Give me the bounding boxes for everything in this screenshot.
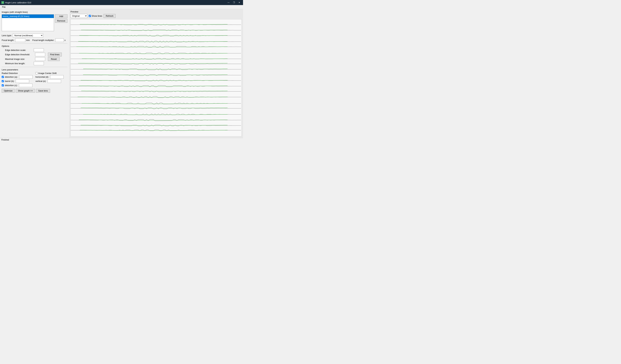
image-list-container: mono_overexp.tif (32 lines) <box>2 14 54 32</box>
vertical-e-input[interactable]: 0 <box>48 79 61 83</box>
lens-params-grid: Radial Distortion distortion (a): -0.014… <box>2 72 68 87</box>
distortion-a-input[interactable]: -0.01425 <box>19 75 33 79</box>
distortion-c-row: distortion (c): -0.02384 <box>2 83 34 87</box>
reset-button[interactable]: Reset <box>48 57 60 61</box>
vertical-e-label: vertical (e): <box>35 80 46 83</box>
barrel-b-label: barrel (b): <box>5 80 14 83</box>
horizontal-d-row: horizontal (d): 0 <box>35 75 68 79</box>
distortion-a-checkbox[interactable] <box>2 76 4 78</box>
show-lines-checkbox[interactable] <box>89 15 91 17</box>
lens-type-label: Lens type: <box>2 34 12 37</box>
preview-title: Preview <box>70 10 242 13</box>
focal-length-input[interactable]: 35 <box>15 38 25 42</box>
min-line-input[interactable]: 0.5 <box>34 62 44 65</box>
minimize-button[interactable]: — <box>226 1 231 4</box>
edge-threshold-row: Edge detection threshold: 4 Find lines <box>2 52 68 56</box>
right-panel: Preview Original Corrected Show lines Re… <box>69 9 243 138</box>
barrel-b-checkbox[interactable] <box>2 80 4 82</box>
image-list-item[interactable]: mono_overexp.tif (32 lines) <box>2 15 54 18</box>
find-lines-button[interactable]: Find lines <box>48 52 62 56</box>
image-buttons: Add Remove <box>55 14 68 32</box>
focal-length-label: Focal length: <box>2 39 14 41</box>
image-center-title: Image Center Shift <box>38 72 56 74</box>
distortion-a-row: distortion (a): -0.01425 <box>2 75 34 79</box>
images-section-title: Images (with straight lines) <box>2 11 68 13</box>
min-line-row: Minimum line length: 0.5 <box>2 62 68 65</box>
preview-toolbar: Original Corrected Show lines Refresh <box>70 14 242 18</box>
vertical-e-row: vertical (e): 0 <box>35 79 68 83</box>
lens-type-row: Lens type: Normal (rectilinear) Fisheye … <box>2 33 68 37</box>
title-bar-title: Hugin Lens calibration GUI <box>5 1 31 4</box>
barrel-b-row: barrel (b): 0.01776 <box>2 79 34 83</box>
menu-file[interactable]: File <box>1 5 7 9</box>
optimize-row: Optimize Show graph >> Save lens <box>2 89 68 93</box>
radial-distortion-col: Radial Distortion distortion (a): -0.014… <box>2 72 34 87</box>
focal-multiplier-input[interactable]: 2.13 <box>55 38 64 42</box>
max-image-input[interactable]: 1600 <box>35 57 45 61</box>
image-center-checkbox[interactable] <box>35 72 38 74</box>
distortion-c-label: distortion (c): <box>5 84 17 87</box>
options-title: Options <box>2 45 68 47</box>
optimize-button[interactable]: Optimize <box>2 89 15 93</box>
main-content: Images (with straight lines) mono_overex… <box>0 9 243 138</box>
show-lines-label[interactable]: Show lines <box>89 15 102 17</box>
add-button[interactable]: Add <box>55 14 68 18</box>
edge-threshold-input[interactable]: 4 <box>35 53 45 56</box>
refresh-button[interactable]: Refresh <box>104 14 116 18</box>
focal-length-unit: mm <box>26 39 30 41</box>
edge-scale-label: Edge detection scale: <box>5 49 34 51</box>
title-bar-left: Hugin Lens calibration GUI <box>1 1 31 4</box>
focal-multiplier-unit: x <box>64 39 66 41</box>
distortion-c-checkbox[interactable] <box>2 84 4 86</box>
edge-threshold-label: Edge detection threshold: <box>5 53 34 56</box>
max-image-label: Maximal image size: <box>5 58 34 60</box>
focal-multiplier-label: Focal length multiplier: <box>32 39 54 41</box>
left-panel: Images (with straight lines) mono_overex… <box>0 9 69 138</box>
image-list: mono_overexp.tif (32 lines) <box>2 14 54 31</box>
show-lines-text: Show lines <box>92 15 102 17</box>
title-bar: Hugin Lens calibration GUI — ❐ ✕ <box>0 0 243 5</box>
remove-button[interactable]: Remove <box>55 19 68 23</box>
barrel-b-input[interactable]: 0.01776 <box>16 79 29 83</box>
view-mode-select[interactable]: Original Corrected <box>70 14 87 18</box>
edge-scale-input[interactable]: 2 <box>34 48 44 52</box>
horizontal-d-label: horizontal (d): <box>35 76 49 78</box>
divider-1 <box>2 43 68 44</box>
lens-params-section: Lens parameters Radial Distortion distor… <box>2 68 68 87</box>
min-line-label: Minimum line length: <box>5 62 34 65</box>
title-bar-controls: — ❐ ✕ <box>226 1 242 4</box>
image-section: mono_overexp.tif (32 lines) Add Remove <box>2 14 68 32</box>
image-center-col: Image Center Shift horizontal (d): 0 ver… <box>35 72 68 87</box>
focal-length-row: Focal length: 35 mm Focal length multipl… <box>2 38 68 42</box>
save-lens-button[interactable]: Save lens <box>36 89 50 93</box>
edge-scale-row: Edge detection scale: 2 <box>2 48 68 52</box>
app-icon <box>1 1 4 4</box>
lens-type-select[interactable]: Normal (rectilinear) Fisheye Panoramic E… <box>13 33 43 37</box>
svg-point-0 <box>2 2 3 3</box>
preview-canvas <box>70 19 242 136</box>
horizontal-d-input[interactable]: 0 <box>50 75 64 79</box>
lens-params-title: Lens parameters <box>2 68 68 71</box>
distortion-c-input[interactable]: -0.02384 <box>19 83 32 87</box>
radial-distortion-title: Radial Distortion <box>2 72 34 74</box>
preview-canvas-element <box>71 19 242 136</box>
max-image-row: Maximal image size: 1600 Reset <box>2 57 68 61</box>
maximize-button[interactable]: ❐ <box>232 1 236 4</box>
options-section: Options Edge detection scale: 2 Edge det… <box>2 45 68 65</box>
close-button[interactable]: ✕ <box>237 1 242 4</box>
show-graph-button[interactable]: Show graph >> <box>16 89 35 93</box>
status-text: Finished <box>1 139 9 141</box>
image-center-header: Image Center Shift <box>35 72 68 74</box>
menu-bar: File <box>0 5 243 9</box>
distortion-a-label: distortion (a): <box>5 76 18 78</box>
status-bar: Finished <box>0 138 243 142</box>
